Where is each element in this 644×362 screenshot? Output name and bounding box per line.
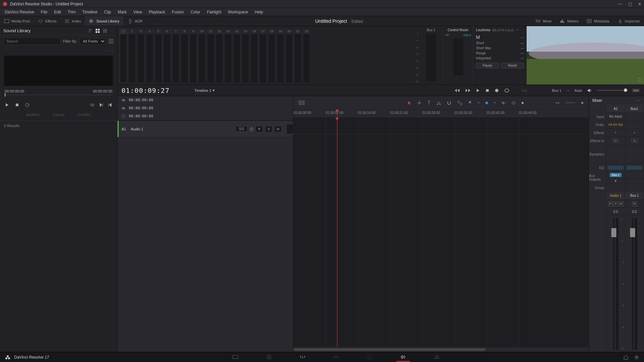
- home-icon[interactable]: [623, 355, 629, 360]
- page-cut[interactable]: [262, 353, 276, 362]
- track-solo-button[interactable]: S: [265, 126, 272, 132]
- menu-timeline[interactable]: Timeline: [79, 10, 101, 14]
- inspector-toggle[interactable]: Inspector: [613, 19, 644, 23]
- audio-preview-waveform[interactable]: [4, 56, 113, 86]
- fader-handle[interactable]: [630, 228, 635, 237]
- mixer-dynamics[interactable]: [606, 145, 625, 164]
- mixer-bus-dropdown[interactable]: [625, 178, 644, 184]
- nav-next-icon[interactable]: ›: [112, 48, 113, 52]
- mixer-bus-output[interactable]: [625, 172, 644, 178]
- rewind-icon[interactable]: [454, 88, 460, 93]
- window-minimize[interactable]: —: [618, 2, 622, 6]
- speaker-icon[interactable]: [587, 88, 592, 93]
- mixer-fader[interactable]: [625, 216, 644, 352]
- dim-button[interactable]: DIM: [632, 88, 640, 93]
- volume-slider[interactable]: [597, 90, 627, 91]
- timeline-ruler[interactable]: 01:00:00:00 01:00:07:00 01:00:14:00 01:0…: [293, 110, 589, 118]
- menu-trim[interactable]: Trim: [64, 10, 79, 14]
- sub-tc-1[interactable]: 00:00:00:00: [129, 98, 153, 102]
- menu-mark[interactable]: Mark: [114, 10, 130, 14]
- search-input[interactable]: [3, 38, 60, 45]
- transient-icon[interactable]: [501, 101, 506, 105]
- menu-view[interactable]: View: [130, 10, 146, 14]
- snap-icon[interactable]: [446, 101, 452, 105]
- zoom-dot-icon[interactable]: [581, 101, 584, 105]
- window-maximize[interactable]: ▢: [628, 2, 632, 6]
- fast-forward-icon[interactable]: [465, 88, 471, 93]
- mixer-arm[interactable]: R: [608, 201, 613, 206]
- mixer-add-effect[interactable]: +: [606, 129, 625, 137]
- timeline-scroll-thumb[interactable]: [293, 348, 485, 351]
- audition-button[interactable]: Audition: [26, 113, 40, 117]
- mixer-toggle[interactable]: Mixer: [531, 19, 556, 23]
- list-view-icon[interactable]: [103, 28, 107, 33]
- adr-button[interactable]: ADR: [123, 16, 147, 26]
- window-close[interactable]: ✕: [638, 2, 641, 6]
- viewer-expand-icon[interactable]: ⛶: [638, 78, 642, 82]
- mixer-options-icon[interactable]: ⋯: [637, 98, 641, 103]
- diamond-icon[interactable]: [512, 101, 516, 105]
- sub-tc-2[interactable]: 00:00:00:00: [129, 106, 153, 110]
- page-deliver[interactable]: [430, 353, 443, 362]
- flag-dropdown-icon[interactable]: ▾: [478, 101, 479, 104]
- marker-blue-icon[interactable]: [485, 101, 489, 105]
- loudness-pause-button[interactable]: Pause: [476, 63, 499, 68]
- dot-icon[interactable]: [521, 101, 524, 105]
- flag-blue-icon[interactable]: [468, 101, 473, 105]
- record-icon[interactable]: [494, 88, 499, 93]
- filter-field-select[interactable]: All Fields: [79, 38, 106, 45]
- mixer-order[interactable]: FX DY EQ: [606, 121, 625, 129]
- mixer-effects-in[interactable]: In: [625, 137, 644, 145]
- mixer-eq[interactable]: [606, 164, 625, 172]
- sound-library-button[interactable]: Sound Library: [85, 16, 123, 26]
- timeline-selector[interactable]: Timeline 1 ▾: [194, 88, 214, 93]
- page-edit[interactable]: [296, 353, 309, 362]
- grid-view-icon[interactable]: [95, 28, 100, 33]
- menu-file[interactable]: File: [38, 10, 51, 14]
- video-viewer[interactable]: ⛶: [527, 26, 644, 84]
- mixer-input[interactable]: No Input: [606, 113, 625, 121]
- mixer-order[interactable]: [625, 121, 644, 129]
- cancel-button[interactable]: Cancel: [53, 113, 64, 117]
- index-button[interactable]: Index: [60, 16, 85, 26]
- mixer-effects-in[interactable]: In: [606, 137, 625, 145]
- pointer-tool-icon[interactable]: [408, 101, 412, 105]
- loudness-reset-button[interactable]: Reset: [501, 63, 524, 68]
- track-arm-button[interactable]: R: [256, 126, 263, 132]
- mixer-add-effect[interactable]: +: [625, 129, 644, 137]
- menu-fairlight[interactable]: Fairlight: [204, 10, 225, 14]
- main-timecode[interactable]: 01:00:09:27: [121, 86, 169, 95]
- timeline-view-options-icon[interactable]: [298, 100, 305, 106]
- preview-loop-icon[interactable]: [25, 103, 30, 107]
- playhead-line[interactable]: [337, 118, 337, 347]
- preview-jog-icon[interactable]: [90, 103, 95, 107]
- fader-handle[interactable]: [611, 228, 616, 237]
- tc-video-icon[interactable]: [121, 98, 125, 102]
- project-settings-icon[interactable]: [634, 355, 639, 360]
- menu-workspace[interactable]: Workspace: [225, 10, 252, 14]
- preview-play-icon[interactable]: [5, 103, 9, 107]
- menu-color[interactable]: Color: [187, 10, 204, 14]
- razor-tool-icon[interactable]: [436, 101, 441, 105]
- page-color[interactable]: [363, 353, 376, 362]
- page-fairlight[interactable]: [396, 353, 410, 362]
- tc-duration-icon[interactable]: [121, 114, 125, 118]
- marker-tool-icon[interactable]: [427, 101, 431, 105]
- confirm-button[interactable]: Confirm: [78, 113, 91, 117]
- loop-icon[interactable]: [504, 88, 510, 93]
- playhead[interactable]: [337, 110, 337, 117]
- loudness-options-icon[interactable]: ⋯: [516, 28, 519, 32]
- mixer-eq[interactable]: [625, 164, 644, 172]
- mixer-volume[interactable]: 0.0: [606, 208, 625, 216]
- filter-options-icon[interactable]: [108, 39, 114, 44]
- sub-tc-3[interactable]: 00:00:00:00: [129, 114, 153, 118]
- monitor-bus[interactable]: Bus 1: [552, 88, 561, 93]
- media-pool-button[interactable]: Media Pool: [0, 16, 34, 26]
- preview-stop-icon[interactable]: [15, 103, 19, 107]
- zoom-slider[interactable]: [565, 102, 575, 103]
- page-fusion[interactable]: [329, 353, 343, 362]
- mixer-bus-dropdown[interactable]: ▾: [606, 178, 625, 184]
- menu-app[interactable]: DaVinci Resolve: [1, 10, 38, 14]
- range-tool-icon[interactable]: [417, 101, 422, 105]
- tc-audio-icon[interactable]: [121, 106, 125, 110]
